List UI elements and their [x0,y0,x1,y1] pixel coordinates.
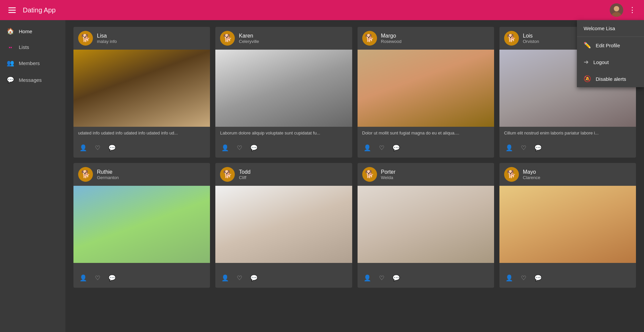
member-header-margo: 🐕 Margo Rosewood [358,27,494,50]
edit-profile-label: Edit Profile [596,43,620,48]
logout-icon: ➜ [584,58,589,66]
like-todd[interactable]: ♡ [235,273,244,283]
avatar-lois: 🐕 [504,31,519,46]
member-bio-lisa: udated info udated info udated info udat… [73,127,210,140]
member-location-todd: Cliff [239,175,251,180]
avatar-lisa: 🐕 [78,31,93,46]
svg-rect-1 [8,10,16,11]
member-info-ruthie: Ruthie Germanton [97,169,119,180]
message-todd[interactable]: 💬 [249,273,259,283]
member-bio-ruthie [73,263,210,270]
svg-point-4 [614,6,619,11]
message-mayo[interactable]: 💬 [533,273,543,283]
member-actions-porter: 👤 ♡ 💬 [358,270,494,288]
member-bio-karen: Laborum dolore aliquip voluptate sunt cu… [215,127,352,140]
message-lois[interactable]: 💬 [533,143,543,153]
sidebar-item-messages[interactable]: 💬 Messages [0,71,65,88]
view-profile-todd[interactable]: 👤 [220,273,230,283]
member-info-karen: Karen Celeryville [239,33,259,44]
like-lisa[interactable]: ♡ [94,143,102,153]
member-bio-porter [358,263,494,270]
message-karen[interactable]: 💬 [249,143,259,153]
sidebar-members-label: Members [19,60,40,66]
member-name-mayo: Mayo [523,169,540,175]
sidebar-item-members[interactable]: 👥 Members [0,55,65,71]
sidebar-messages-label: Messages [19,77,42,83]
sidebar-toggle-button[interactable] [5,3,19,17]
member-photo-margo[interactable] [358,50,494,127]
message-ruthie[interactable]: 💬 [107,273,117,283]
member-photo-ruthie[interactable] [73,186,210,263]
avatar-porter: 🐕 [362,167,377,182]
member-info-todd: Todd Cliff [239,169,251,180]
like-mayo[interactable]: ♡ [520,273,528,283]
dropdown-welcome-text: Welcome Lisa [577,20,644,37]
member-header-lisa: 🐕 Lisa malay info [73,27,210,50]
member-bio-lois: Cillum elit nostrud enim laboris pariatu… [499,127,636,140]
members-icon: 👥 [7,59,14,67]
logout-item[interactable]: ➜ Logout [577,54,644,70]
member-actions-todd: 👤 ♡ 💬 [215,270,352,288]
message-margo[interactable]: 💬 [391,143,401,153]
member-info-porter: Porter Welda [381,169,396,180]
member-card-porter: 🐕 Porter Welda 👤 ♡ 💬 [358,163,494,288]
edit-profile-item[interactable]: ✏️ Edit Profile [577,37,644,54]
member-header-todd: 🐕 Todd Cliff [215,163,352,186]
member-card-karen: 🐕 Karen Celeryville Laborum dolore aliqu… [215,27,352,158]
member-name-lisa: Lisa [97,33,117,39]
member-info-mayo: Mayo Clarence [523,169,540,180]
sidebar-item-lists[interactable]: ▪▪ Lists [0,40,65,55]
app-header: Dating App ⋮ Welcome Lisa ✏️ Edit Profil… [0,0,644,20]
member-info-lois: Lois Orviston [523,33,539,44]
member-photo-karen[interactable] [215,50,352,127]
member-name-todd: Todd [239,169,251,175]
member-actions-karen: 👤 ♡ 💬 [215,140,352,158]
member-photo-todd[interactable] [215,186,352,263]
disable-alerts-item[interactable]: 🔕 Disable alerts [577,70,644,87]
like-ruthie[interactable]: ♡ [94,273,102,283]
svg-rect-0 [8,7,16,8]
member-location-lois: Orviston [523,39,539,44]
app-body: 🏠 Home ▪▪ Lists 👥 Members 💬 Messages 🐕 L [0,20,644,332]
header-right-controls: ⋮ [610,3,639,17]
view-profile-mayo[interactable]: 👤 [504,273,514,283]
sidebar-home-label: Home [19,29,32,34]
member-info-lisa: Lisa malay info [97,33,117,44]
like-margo[interactable]: ♡ [378,143,386,153]
header-more-button[interactable]: ⋮ [626,4,639,16]
view-profile-ruthie[interactable]: 👤 [78,273,88,283]
messages-icon: 💬 [7,76,14,84]
member-info-margo: Margo Rosewood [381,33,401,44]
message-lisa[interactable]: 💬 [107,143,117,153]
avatar-ruthie: 🐕 [78,167,93,182]
member-actions-lois: 👤 ♡ 💬 [499,140,636,158]
like-porter[interactable]: ♡ [378,273,386,283]
member-name-porter: Porter [381,169,396,175]
like-lois[interactable]: ♡ [520,143,528,153]
disable-alerts-icon: 🔕 [584,75,591,82]
member-photo-porter[interactable] [358,186,494,263]
view-profile-porter[interactable]: 👤 [362,273,372,283]
avatar-todd: 🐕 [220,167,235,182]
svg-rect-2 [8,12,16,13]
view-profile-margo[interactable]: 👤 [362,143,372,153]
logout-label: Logout [593,59,609,65]
member-photo-mayo[interactable] [499,186,636,263]
member-name-margo: Margo [381,33,401,39]
member-actions-ruthie: 👤 ♡ 💬 [73,270,210,288]
sidebar-item-home[interactable]: 🏠 Home [0,23,65,40]
message-porter[interactable]: 💬 [391,273,401,283]
view-profile-lois[interactable]: 👤 [504,143,514,153]
view-profile-karen[interactable]: 👤 [220,143,230,153]
member-actions-mayo: 👤 ♡ 💬 [499,270,636,288]
member-header-porter: 🐕 Porter Welda [358,163,494,186]
edit-profile-icon: ✏️ [584,42,591,49]
user-avatar-button[interactable] [610,3,623,17]
like-karen[interactable]: ♡ [235,143,244,153]
view-profile-lisa[interactable]: 👤 [78,143,88,153]
member-header-ruthie: 🐕 Ruthie Germanton [73,163,210,186]
member-card-todd: 🐕 Todd Cliff 👤 ♡ 💬 [215,163,352,288]
member-photo-lisa[interactable] [73,50,210,127]
sidebar: 🏠 Home ▪▪ Lists 👥 Members 💬 Messages [0,20,65,332]
member-name-lois: Lois [523,33,539,39]
